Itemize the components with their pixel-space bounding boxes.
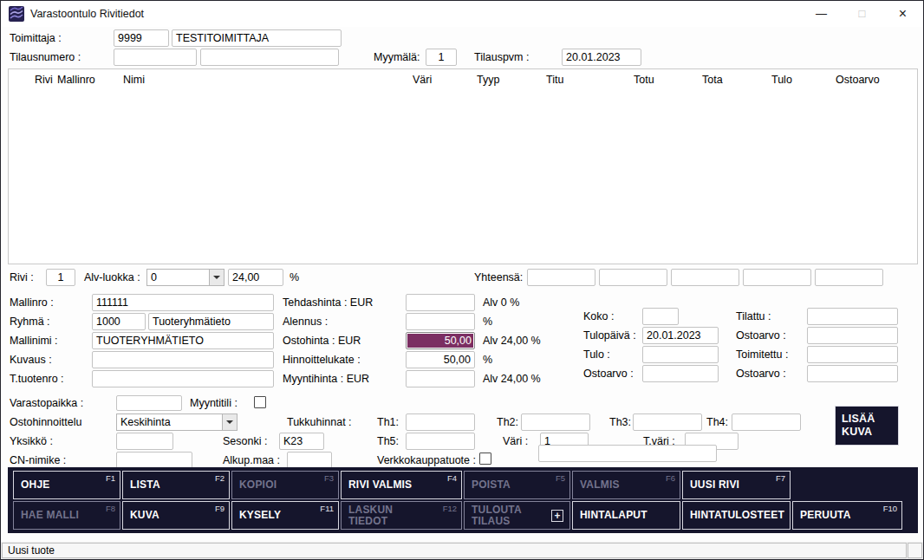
- yksikko-input[interactable]: [116, 433, 173, 450]
- ohje-button[interactable]: OHJE F1: [13, 471, 120, 499]
- alv-percent-input[interactable]: 24,00: [228, 269, 283, 286]
- tilauspvm-input[interactable]: 20.01.2023: [562, 49, 641, 66]
- th2-label: Th2:: [497, 416, 518, 428]
- verkkokauppatuote-checkbox[interactable]: [479, 453, 491, 465]
- fkey-label: F9: [215, 504, 224, 513]
- tulo-label: Tulo :: [583, 348, 610, 361]
- order-rows-table[interactable]: Rivi Mallinro Nimi Väri Tyyp Titu Totu T…: [8, 68, 918, 264]
- mallinimi-input[interactable]: TUOTERYHMÄTIETO: [92, 332, 274, 349]
- ostohinnoittelu-label: Ostohinnoittelu: [10, 416, 81, 428]
- column-header-tota: Tota: [702, 74, 723, 86]
- alennus-input[interactable]: [406, 313, 475, 330]
- unlabeled-input[interactable]: [538, 445, 717, 462]
- myyntihinta-label: Myyntihinta : EUR: [283, 373, 369, 385]
- tulouta-tilaus-button[interactable]: TULOUTA TILAUS +: [464, 501, 570, 530]
- select-value: Keskihinta: [117, 414, 222, 430]
- yhteensa-input-1[interactable]: [527, 269, 595, 286]
- toimittaja-code-input[interactable]: 9999: [114, 29, 169, 47]
- sesonki-input[interactable]: K23: [279, 433, 324, 450]
- alv-luokka-select[interactable]: 0: [146, 269, 224, 286]
- cn-nimike-input[interactable]: [116, 452, 192, 469]
- kysely-button[interactable]: KYSELY F11: [231, 501, 339, 530]
- minimize-button[interactable]: —: [801, 1, 842, 27]
- hintalaput-button[interactable]: HINTALAPUT: [572, 501, 680, 530]
- alennus-percent-sign: %: [483, 316, 492, 328]
- hintatulosteet-button[interactable]: HINTATULOSTEET: [682, 501, 791, 530]
- myyntihinta-alv-label: Alv 24,00 %: [483, 373, 541, 385]
- yhteensa-input-3[interactable]: [671, 269, 739, 286]
- mallinro-input[interactable]: 111111: [92, 294, 274, 311]
- tehdashinta-input[interactable]: [406, 294, 475, 311]
- ostoarvo-col3-input[interactable]: [642, 365, 719, 382]
- tilausnumero-input-2[interactable]: [200, 49, 339, 66]
- yhteensa-input-4[interactable]: [743, 269, 811, 286]
- alennus-label: Alennus :: [283, 316, 328, 328]
- close-button[interactable]: ×: [882, 1, 923, 27]
- poista-button[interactable]: POISTA F5: [464, 471, 570, 499]
- th5-input[interactable]: [406, 433, 475, 450]
- rivi-label: Rivi :: [10, 271, 34, 283]
- ostohinta-input[interactable]: 50,00: [406, 332, 475, 349]
- kuva-button[interactable]: KUVA F9: [122, 501, 230, 530]
- varastopaikka-input[interactable]: [116, 395, 182, 411]
- t-tuotenro-input[interactable]: [92, 370, 274, 387]
- column-header-tyyp: Tyyp: [477, 74, 499, 86]
- myymala-label: Myymälä:: [374, 51, 420, 63]
- input-value: 24,00: [232, 271, 259, 283]
- toimitettu-input[interactable]: [807, 346, 898, 363]
- lista-button[interactable]: LISTA F2: [122, 471, 230, 499]
- th4-input[interactable]: [732, 413, 801, 431]
- tilausnumero-input-1[interactable]: [114, 49, 197, 66]
- myymala-input[interactable]: 1: [426, 49, 457, 66]
- column-header-ostoarvo: Ostoarvo: [836, 74, 880, 86]
- tilattu-label: Tilattu :: [736, 310, 771, 322]
- th2-input[interactable]: [521, 413, 590, 431]
- tulopaiva-input[interactable]: 20.01.2023: [642, 327, 719, 344]
- alkupmaa-input[interactable]: [287, 452, 332, 469]
- kopioi-button[interactable]: KOPIOI F3: [231, 471, 339, 499]
- hae-malli-button[interactable]: HAE MALLI F8: [13, 501, 120, 530]
- status-bar: Uusi tuote: [1, 542, 923, 559]
- th3-input[interactable]: [633, 413, 702, 431]
- laskun-tiedot-button[interactable]: LASKUN TIEDOT F12: [341, 501, 462, 530]
- peruuta-button[interactable]: PERUUTA F10: [792, 501, 902, 530]
- ostoarvo-col4a-input[interactable]: [807, 327, 898, 344]
- tilattu-input[interactable]: [807, 308, 898, 325]
- toimittaja-label: Toimittaja :: [10, 32, 62, 44]
- tilauspvm-label: Tilauspvm :: [474, 51, 529, 63]
- kuvaus-input[interactable]: [92, 351, 274, 368]
- koko-label: Koko :: [583, 310, 614, 322]
- th1-input[interactable]: [406, 413, 475, 431]
- rivi-input[interactable]: 1: [46, 269, 75, 286]
- cn-nimike-label: CN-nimike :: [10, 454, 66, 466]
- rivi-valmis-button[interactable]: RIVI VALMIS F4: [341, 471, 462, 499]
- yhteensa-input-2[interactable]: [599, 269, 667, 286]
- yhteensa-input-5[interactable]: [815, 269, 883, 286]
- maximize-button[interactable]: □: [842, 1, 882, 27]
- kuvaus-label: Kuvaus :: [10, 354, 52, 366]
- ryhma-label: Ryhmä :: [10, 316, 50, 328]
- hinnoittelukate-input[interactable]: 50,00: [406, 351, 475, 368]
- chevron-down-icon: [222, 414, 237, 430]
- ostohinta-label: Ostohinta : EUR: [283, 335, 361, 347]
- button-label: PERUUTA: [800, 510, 851, 521]
- button-label: LISTA: [130, 479, 160, 491]
- button-label: RIVI VALMIS: [348, 479, 412, 491]
- verkkokauppatuote-label: Verkkokauppatuote :: [377, 454, 476, 466]
- lisaa-kuva-button[interactable]: LISÄÄ KUVA: [835, 406, 899, 446]
- toimittaja-name-input[interactable]: TESTITOIMITTAJA: [172, 29, 342, 47]
- myyntihinta-input[interactable]: [406, 370, 475, 387]
- ryhma-name-input[interactable]: Tuoteryhmätieto: [148, 313, 274, 330]
- resize-grip[interactable]: [908, 543, 922, 558]
- valmis-button[interactable]: VALMIS F6: [572, 471, 680, 499]
- ryhma-code-input[interactable]: 1000: [92, 313, 146, 330]
- myyntitili-checkbox[interactable]: [254, 396, 266, 408]
- button-label: KOPIOI: [239, 479, 277, 491]
- koko-input[interactable]: [642, 308, 679, 325]
- ostohinnoittelu-select[interactable]: Keskihinta: [116, 413, 238, 431]
- tulo-input[interactable]: [642, 346, 719, 363]
- input-value: 9999: [118, 32, 142, 44]
- ostoarvo-col4b-input[interactable]: [807, 365, 898, 382]
- uusi-rivi-button[interactable]: UUSI RIVI F7: [682, 471, 791, 499]
- plus-icon: +: [551, 510, 563, 522]
